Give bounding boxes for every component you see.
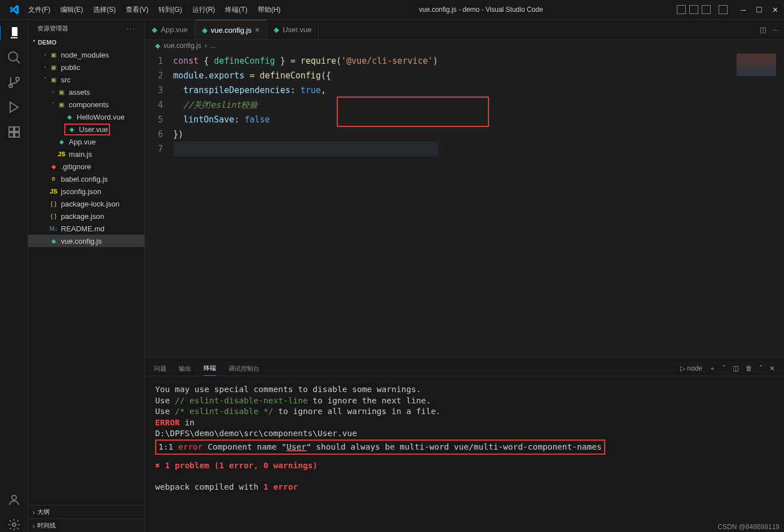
- breadcrumb-more: ...: [210, 42, 216, 50]
- layout-icon-2[interactable]: [689, 5, 698, 14]
- layout-icon-4[interactable]: [719, 5, 728, 14]
- tree-item-package-json[interactable]: { }package.json: [28, 210, 144, 222]
- svg-point-1: [12, 523, 16, 526]
- outline-section[interactable]: ›大纲: [28, 505, 144, 518]
- vscode-logo: [9, 5, 19, 15]
- activity-debug-icon[interactable]: [7, 100, 21, 115]
- explorer-root[interactable]: ˅ DEMO: [28, 37, 144, 47]
- panel-tab-output[interactable]: 输出: [179, 362, 191, 376]
- terminal-line: D:\DPFS\demo\demo\src\components\User.vu…: [155, 428, 774, 439]
- terminal-line: webpack compiled with 1 error: [155, 482, 774, 493]
- new-terminal-icon[interactable]: ＋: [709, 364, 716, 373]
- titlebar: 文件(F) 编辑(E) 选择(S) 查看(V) 转到(G) 运行(R) 终端(T…: [0, 0, 784, 20]
- panel-tab-debug[interactable]: 调试控制台: [228, 362, 259, 376]
- terminal-line: You may use special comments to disable …: [155, 384, 774, 395]
- tree-item-node_modules[interactable]: ›▣node_modules: [28, 49, 144, 61]
- terminal[interactable]: You may use special comments to disable …: [145, 376, 784, 532]
- menu-help[interactable]: 帮助(H): [253, 3, 285, 17]
- menu-goto[interactable]: 转到(G): [154, 3, 186, 17]
- activitybar: [0, 20, 28, 532]
- activity-extensions-icon[interactable]: [7, 125, 21, 139]
- activity-git-icon[interactable]: [7, 75, 21, 90]
- sidebar: 资源管理器 ··· ˅ DEMO ›▣node_modules›▣public˅…: [28, 20, 145, 532]
- layout-icon-3[interactable]: [702, 5, 711, 14]
- window-controls: ─ ☐ ✕: [739, 5, 779, 14]
- watermark: CSDN @848698119: [717, 523, 779, 531]
- menu-file[interactable]: 文件(F): [24, 3, 55, 17]
- close-icon[interactable]: ×: [255, 25, 259, 34]
- tree-item-User-vue[interactable]: ◆User.vue: [28, 123, 144, 135]
- vue-icon: ◆: [155, 42, 160, 50]
- tree-item-App-vue[interactable]: ◆App.vue: [28, 135, 144, 148]
- tree-item-jsconfig-json[interactable]: JSjsconfig.json: [28, 185, 144, 197]
- panel-tab-problems[interactable]: 问题: [154, 362, 166, 376]
- tab-vue-config[interactable]: ◆vue.config.js×: [195, 20, 267, 39]
- editor-area: ◆App.vue ◆vue.config.js× ◆User.vue ◫ ···…: [145, 20, 784, 532]
- layout-icon-1[interactable]: [677, 5, 686, 14]
- panel-tabs: 问题 输出 终端 调试控制台 ▷ node ＋ ˅ ◫ 🗑 ˄ ✕: [145, 358, 784, 376]
- terminal-dropdown-icon[interactable]: ˅: [723, 364, 726, 372]
- menubar: 文件(F) 编辑(E) 选择(S) 查看(V) 转到(G) 运行(R) 终端(T…: [24, 3, 285, 17]
- panel: 问题 输出 终端 调试控制台 ▷ node ＋ ˅ ◫ 🗑 ˄ ✕ You ma…: [145, 357, 784, 532]
- outline-label: 大纲: [37, 508, 50, 516]
- tree-item--gitignore[interactable]: ◆.gitignore: [28, 160, 144, 173]
- breadcrumb[interactable]: ◆ vue.config.js › ...: [145, 40, 784, 51]
- tab-label: vue.config.js: [211, 26, 252, 34]
- line-gutter: 1234567: [145, 51, 173, 357]
- sidebar-header: 资源管理器 ···: [28, 20, 144, 37]
- menu-view[interactable]: 查看(V): [121, 3, 153, 17]
- tree-item-src[interactable]: ˅▣src: [28, 73, 144, 86]
- activity-settings-icon[interactable]: [7, 517, 21, 532]
- terminal-line: Use /* eslint-disable */ to ignore all w…: [155, 406, 774, 417]
- menu-select[interactable]: 选择(S): [89, 3, 120, 17]
- tab-user-vue[interactable]: ◆User.vue: [267, 20, 319, 39]
- chevron-right-icon: ›: [33, 522, 35, 529]
- tree-item-HelloWord-vue[interactable]: ◆HelloWord.vue: [28, 111, 144, 123]
- more-icon[interactable]: ···: [772, 25, 778, 34]
- code-body[interactable]: const { defineConfig } = require('@vue/c…: [173, 51, 438, 357]
- window-title: vue.config.js - demo - Visual Studio Cod…: [285, 6, 677, 14]
- trash-icon[interactable]: 🗑: [746, 364, 752, 372]
- tab-app-vue[interactable]: ◆App.vue: [145, 20, 195, 39]
- menu-edit[interactable]: 编辑(E): [56, 3, 87, 17]
- editor[interactable]: 1234567 const { defineConfig } = require…: [145, 51, 784, 357]
- tree-item-package-lock-json[interactable]: { }package-lock.json: [28, 197, 144, 210]
- tab-label: User.vue: [283, 25, 311, 34]
- panel-tab-terminal[interactable]: 终端: [204, 361, 216, 376]
- split-terminal-icon[interactable]: ◫: [733, 364, 739, 372]
- sidebar-title: 资源管理器: [37, 24, 68, 33]
- split-editor-icon[interactable]: ◫: [760, 25, 767, 34]
- tree-item-main-js[interactable]: JSmain.js: [28, 148, 144, 160]
- tabbar: ◆App.vue ◆vue.config.js× ◆User.vue ◫ ···: [145, 20, 784, 40]
- chevron-right-icon: ›: [205, 42, 207, 50]
- tree-item-README-md[interactable]: M↓README.md: [28, 222, 144, 235]
- chevron-up-icon[interactable]: ˄: [759, 364, 763, 372]
- terminal-shell-select[interactable]: ▷ node: [680, 364, 702, 372]
- timeline-section[interactable]: ›时间线: [28, 518, 144, 532]
- menu-terminal[interactable]: 终端(T): [221, 3, 252, 17]
- tree-item-components[interactable]: ˅▣components: [28, 98, 144, 111]
- chevron-right-icon: ›: [33, 509, 35, 516]
- maximize-icon[interactable]: ☐: [755, 5, 764, 14]
- activity-account-icon[interactable]: [7, 493, 21, 507]
- tree-item-vue-config-js[interactable]: ◆vue.config.js: [28, 235, 144, 247]
- terminal-line: Use // eslint-disable-next-line to ignor…: [155, 395, 774, 407]
- minimap[interactable]: [737, 54, 776, 76]
- svg-point-0: [12, 495, 16, 500]
- close-icon[interactable]: ✕: [770, 5, 779, 14]
- chevron-down-icon: ˅: [33, 39, 36, 46]
- scrollbar[interactable]: [776, 51, 784, 357]
- menu-run[interactable]: 运行(R): [188, 3, 220, 17]
- tree-item-assets[interactable]: ›▣assets: [28, 86, 144, 98]
- sidebar-more-icon[interactable]: ···: [127, 25, 135, 32]
- vue-icon: ◆: [274, 25, 279, 34]
- activity-explorer-icon[interactable]: [0, 25, 28, 40]
- activity-search-icon[interactable]: [7, 50, 21, 65]
- tree-item-public[interactable]: ›▣public: [28, 61, 144, 73]
- explorer-root-label: DEMO: [38, 39, 56, 46]
- tab-label: App.vue: [161, 25, 188, 34]
- close-panel-icon[interactable]: ✕: [769, 364, 775, 372]
- minimize-icon[interactable]: ─: [739, 5, 748, 14]
- tree-item-babel-config-js[interactable]: Bbabel.config.js: [28, 173, 144, 185]
- terminal-line: ERROR in: [155, 417, 774, 429]
